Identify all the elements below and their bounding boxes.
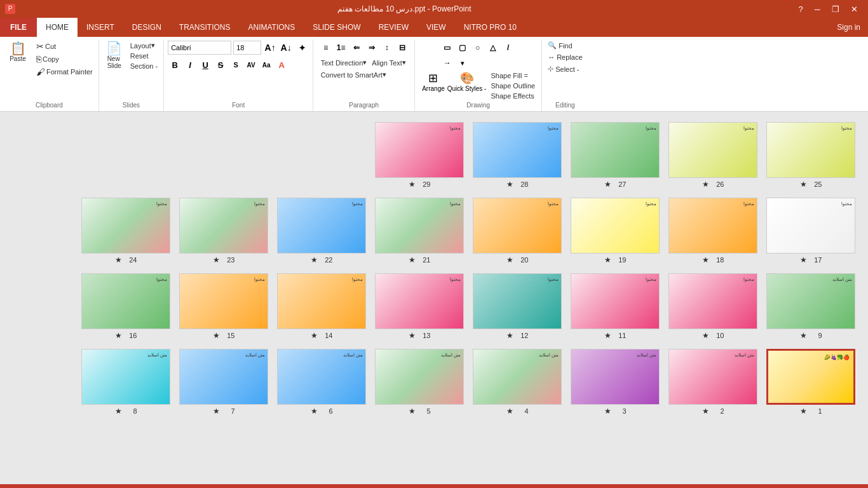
tab-slideshow[interactable]: SLIDE SHOW [304,18,369,37]
font-name-input[interactable] [168,41,231,55]
slide-item-11[interactable]: محتوا★11 [571,273,660,340]
cut-button[interactable]: ✂ Cut [34,41,95,52]
minimize-button[interactable]: ─ [810,4,825,14]
tab-insert[interactable]: INSERT [78,18,123,37]
change-case-button[interactable]: Aa [259,58,273,72]
slide-item-4[interactable]: متن اسلاید★4 [473,349,562,416]
convert-smartart-button[interactable]: Convert to SmartArt ▾ [319,70,388,79]
slide-item-26[interactable]: محتوا★26 [668,122,757,189]
strikethrough-button[interactable]: S [214,58,227,72]
char-spacing-button[interactable]: AV [244,58,258,72]
slide-item-21[interactable]: محتوا★21 [375,198,464,264]
slide-item-28[interactable]: محتوا★28 [473,122,562,189]
arrange-button[interactable]: ⊞ Arrange [422,71,445,92]
slide-item-3[interactable]: متن اسلاید★3 [571,349,660,416]
format-painter-button[interactable]: 🖌 Format Painter [34,66,95,78]
quick-styles-button[interactable]: 🎨 Quick Styles - [447,71,487,92]
slide-item-13[interactable]: محتوا★13 [375,273,464,340]
columns-button[interactable]: ⊟ [395,41,409,55]
slide-item-29[interactable]: محتوا★29 [375,122,464,189]
slide-item-6[interactable]: متن اسلاید★6 [277,349,366,416]
tab-view[interactable]: VIEW [417,18,455,37]
slide-item-25[interactable]: محتوا★25 [766,122,855,189]
slide-item-9[interactable]: متن اسلاید★9 [766,273,855,340]
italic-button[interactable]: I [183,58,197,72]
triangle-button[interactable]: △ [486,41,500,55]
slide-star: ★ [604,407,611,416]
clear-format-button[interactable]: ✦ [295,41,309,55]
slide-item-14[interactable]: محتوا★14 [277,273,366,340]
tab-transitions[interactable]: TRANSITIONS [170,18,240,37]
shape-outline-button[interactable]: Shape Outline [489,81,537,90]
slide-item-22[interactable]: محتوا★22 [277,198,366,264]
layout-button[interactable]: Layout ▾ [128,41,159,50]
numbering-button[interactable]: 1≡ [334,41,348,55]
font-color-button[interactable]: A [275,58,288,72]
select-button[interactable]: ⊹ Select - [546,64,581,74]
tab-review[interactable]: REVIEW [370,18,417,37]
find-button[interactable]: 🔍 Find [546,41,574,50]
more-shapes-button[interactable]: ▾ [456,56,470,70]
slide-star: ★ [409,180,416,189]
rectangle-button[interactable]: ▭ [440,41,454,55]
align-text-button[interactable]: Align Text ▾ [370,58,408,67]
slide-item-10[interactable]: محتوا★10 [668,273,757,340]
slide-item-7[interactable]: متن اسلاید★7 [179,349,268,416]
slide-item-18[interactable]: محتوا★18 [668,198,757,264]
tab-design[interactable]: DESIGN [123,18,170,37]
slide-item-2[interactable]: متن اسلاید★2 [668,349,757,416]
bold-button[interactable]: B [168,58,182,72]
slide-star: ★ [506,180,513,189]
oval-button[interactable]: ○ [471,41,485,55]
text-shadow-button[interactable]: S [229,58,243,72]
tab-nitro[interactable]: NITRO PRO 10 [455,18,526,37]
section-button[interactable]: Section - [128,62,159,71]
close-button[interactable]: ✕ [846,4,863,14]
restore-button[interactable]: ❐ [827,4,844,14]
shape-effects-button[interactable]: Shape Effects [489,92,537,100]
slide-item-23[interactable]: محتوا★23 [179,198,268,264]
slide-item-5[interactable]: متن اسلاید★5 [375,349,464,416]
increase-font-button[interactable]: A↑ [263,41,277,55]
copy-button[interactable]: ⎘ Copy [34,53,95,65]
slide-star: ★ [311,407,318,416]
arrow-button[interactable]: → [440,56,454,70]
tab-home[interactable]: HOME [37,18,78,37]
tab-file[interactable]: FILE [0,18,37,37]
line-spacing-button[interactable]: ↕ [380,41,394,55]
new-slide-icon: 📄 [106,42,122,55]
slide-star: ★ [506,255,513,264]
font-size-input[interactable] [233,41,261,55]
slide-item-17[interactable]: محتوا★17 [766,198,855,264]
line-button[interactable]: / [501,41,515,55]
slide-item-16[interactable]: محتوا★16 [81,273,170,340]
replace-button[interactable]: ↔ Replace [546,53,584,62]
rounded-rect-button[interactable]: ▢ [456,41,470,55]
bullets-button[interactable]: ≡ [319,41,333,55]
decrease-indent-button[interactable]: ⇐ [349,41,363,55]
slide-number: 24 [125,256,137,264]
underline-button[interactable]: U [198,58,212,72]
slide-item-19[interactable]: محتوا★19 [571,198,660,264]
help-button[interactable]: ? [794,4,808,14]
tab-animations[interactable]: ANIMATIONS [239,18,304,37]
slide-item-1[interactable]: 🍎🥦🍇🌽★1 [766,349,855,416]
slide-item-27[interactable]: محتوا★27 [571,122,660,189]
reset-button[interactable]: Reset [128,51,159,60]
slide-item-24[interactable]: محتوا★24 [81,198,170,264]
new-slide-button[interactable]: 📄 NewSlide [103,41,126,71]
increase-indent-button[interactable]: ⇒ [365,41,379,55]
slide-item-12[interactable]: محتوا★12 [473,273,562,340]
sign-in-button[interactable]: Sign in [829,23,868,32]
text-direction-button[interactable]: Text Direction ▾ [319,58,369,67]
slide-thumb: محتوا [571,198,660,254]
slide-number: 9 [810,332,822,339]
slide-item-15[interactable]: محتوا★15 [179,273,268,340]
decrease-font-button[interactable]: A↓ [279,41,293,55]
paste-button[interactable]: 📋 Paste [4,41,32,64]
slide-item-20[interactable]: محتوا★20 [473,198,562,264]
shape-fill-button[interactable]: Shape Fill = [489,71,537,80]
slide-item-8[interactable]: متن اسلاید★8 [81,349,170,416]
clipboard-group: 📋 Paste ✂ Cut ⎘ Copy 🖌 Format Painter [0,39,99,111]
slides-label: Slides [103,102,159,110]
